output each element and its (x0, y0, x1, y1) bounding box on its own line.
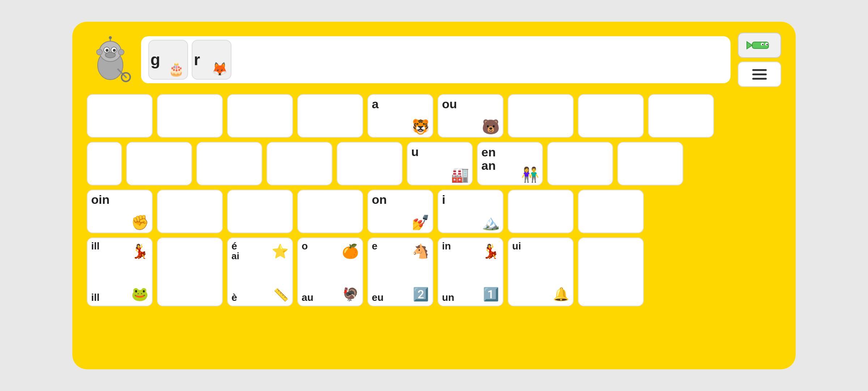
svg-point-17 (762, 44, 763, 45)
key-o-icon: 🍊 (342, 243, 359, 259)
key-au-icon: 🦃 (342, 287, 359, 302)
svg-point-8 (109, 36, 112, 39)
back-button[interactable] (738, 33, 781, 58)
key-empty-1-3[interactable] (227, 94, 293, 138)
key-on-label: on (372, 193, 387, 206)
keyboard-row-1: a 🐯 ou 🐻 (87, 94, 781, 138)
key-oin-icon: ✊ (131, 215, 149, 230)
key-e-top-icon: ⭐ (272, 243, 289, 259)
key-ou[interactable]: ou 🐻 (438, 94, 503, 138)
keyboard-row-2: u 🏭 en an 👫 (87, 142, 781, 185)
keyboard-row-3: oin ✊ on 💅 i 🏔️ (87, 190, 781, 233)
input-bar: g 🎂 r 🦊 (141, 36, 731, 83)
key-e-accent[interactable]: é ai ⭐ è 📏 (227, 237, 293, 306)
key-empty-3-8[interactable] (578, 190, 644, 233)
key-empty-1-7[interactable] (508, 94, 574, 138)
keyboard-row-4: ill 💃 ill 🐸 é ai ⭐ è 📏 o 🍊 (87, 237, 781, 306)
key-ai-label: ai (231, 251, 239, 261)
key-un-icon: 1️⃣ (483, 287, 499, 302)
key-empty-1-8[interactable] (578, 94, 644, 138)
key-e-grave-label: è (231, 293, 237, 303)
menu-button[interactable] (738, 62, 781, 87)
svg-point-4 (106, 49, 109, 52)
key-en-an[interactable]: en an 👫 (477, 142, 543, 185)
key-oin[interactable]: oin ✊ (87, 190, 153, 233)
key-o-au[interactable]: o 🍊 au 🦃 (297, 237, 363, 306)
key-empty-4-8[interactable] (578, 237, 644, 306)
key-an-label: an (481, 159, 496, 172)
key-o-label: o (302, 241, 308, 251)
header-row: g 🎂 r 🦊 (87, 33, 781, 87)
header-controls (738, 33, 781, 87)
key-e-bottom-icon: 📏 (273, 287, 289, 302)
key-u[interactable]: u 🏭 (407, 142, 473, 185)
input-key-r-icon: 🦊 (212, 62, 228, 77)
key-empty-3-3[interactable] (227, 190, 293, 233)
svg-point-18 (766, 44, 768, 45)
key-u-label: u (411, 146, 419, 158)
key-empty-4-2[interactable] (157, 237, 223, 306)
key-empty-2-5[interactable] (337, 142, 403, 185)
key-ui-icon: 🔔 (553, 287, 569, 302)
key-empty-1-2[interactable] (157, 94, 223, 138)
key-oin-label: oin (91, 193, 110, 206)
key-en-label: en (481, 146, 496, 159)
key-empty-2-3[interactable] (196, 142, 262, 185)
key-ill-top-label: ill (91, 241, 99, 251)
key-un-label: un (442, 293, 454, 303)
key-empty-2-1[interactable] (87, 142, 122, 185)
key-in-label: in (442, 241, 451, 251)
key-empty-1-4[interactable] (297, 94, 363, 138)
input-key-g-icon: 🎂 (168, 62, 184, 77)
key-e2-icon: 🐴 (412, 243, 429, 259)
key-empty-3-2[interactable] (157, 190, 223, 233)
svg-point-10 (118, 49, 124, 55)
key-ill-bottom-label: ill (91, 293, 99, 303)
key-e-top-labels: é ai (231, 241, 239, 261)
key-empty-3-7[interactable] (508, 190, 574, 233)
key-empty-2-9[interactable] (617, 142, 683, 185)
svg-point-5 (113, 49, 116, 52)
key-on-icon: 💅 (412, 215, 430, 230)
svg-point-6 (105, 52, 115, 58)
key-e-label: é (231, 241, 239, 251)
key-in-un[interactable]: in 💃 un 1️⃣ (438, 237, 503, 306)
key-a-icon: 🐯 (412, 119, 430, 134)
hamburger-icon (752, 69, 767, 80)
input-key-r[interactable]: r 🦊 (192, 40, 231, 80)
key-empty-1-9[interactable] (648, 94, 714, 138)
key-eu-label: eu (372, 293, 384, 303)
key-empty-1-1[interactable] (87, 94, 153, 138)
input-key-g-label: g (149, 49, 162, 70)
input-key-r-label: r (192, 49, 201, 70)
svg-marker-14 (747, 42, 752, 49)
key-empty-3-4[interactable] (297, 190, 363, 233)
key-empty-2-2[interactable] (126, 142, 192, 185)
key-ill[interactable]: ill 💃 ill 🐸 (87, 237, 153, 306)
key-en-an-icon: 👫 (521, 167, 539, 182)
key-i-icon: 🏔️ (482, 215, 500, 230)
key-ui[interactable]: ui 🔔 (508, 237, 574, 306)
key-i[interactable]: i 🏔️ (438, 190, 503, 233)
key-empty-2-8[interactable] (547, 142, 613, 185)
key-ou-icon: 🐻 (482, 119, 500, 134)
input-key-g[interactable]: g 🎂 (148, 40, 188, 80)
keyboard: a 🐯 ou 🐻 u 🏭 en an (87, 94, 781, 358)
key-ou-label: ou (442, 98, 457, 110)
key-e-eu[interactable]: e 🐴 eu 2️⃣ (367, 237, 433, 306)
key-e2-label: e (372, 241, 378, 251)
key-ui-label: ui (512, 241, 521, 251)
key-in-icon: 💃 (482, 243, 499, 259)
svg-point-9 (97, 49, 102, 55)
robot-mascot (87, 36, 134, 83)
key-ill-bottom-icon: 🐸 (131, 286, 148, 302)
key-empty-2-4[interactable] (267, 142, 332, 185)
key-i-label: i (442, 193, 445, 206)
svg-point-1 (99, 41, 121, 62)
key-au-label: au (302, 293, 314, 303)
key-a-label: a (372, 98, 379, 110)
key-ill-top-icon: 💃 (131, 243, 148, 259)
key-a[interactable]: a 🐯 (367, 94, 433, 138)
key-eu-icon: 2️⃣ (413, 287, 429, 302)
key-on[interactable]: on 💅 (367, 190, 433, 233)
